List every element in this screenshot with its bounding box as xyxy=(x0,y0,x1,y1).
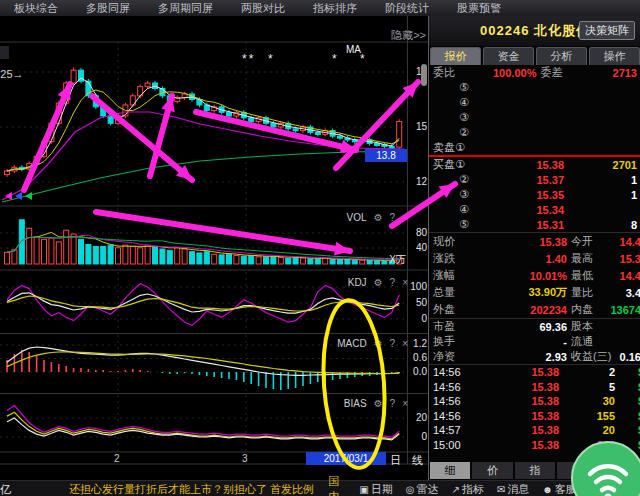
status-item-label: 指标 xyxy=(462,482,484,496)
stat-value-1: 33.90万 xyxy=(489,285,567,300)
trade-qty: 155 xyxy=(597,410,615,422)
help-icon[interactable]: ? xyxy=(390,212,396,223)
status-item-消息[interactable]: ✉消息 xyxy=(497,482,529,496)
close-icon[interactable]: × xyxy=(402,212,408,223)
stat-label-2: 流通 xyxy=(571,334,593,349)
trade-price: 15.38 xyxy=(499,366,559,378)
help-icon[interactable]: ? xyxy=(390,338,396,349)
trading-app-window: 板块综合多股同屏多周期同屏两股对比指标排序阶段统计股票预警 隐藏>> MA 18… xyxy=(0,0,640,496)
weicha-label: 委差 xyxy=(540,65,562,80)
star-marker-3: * xyxy=(360,52,367,66)
level-qty: 1 xyxy=(631,189,637,201)
sell-level-4[interactable]: ④ xyxy=(429,95,640,110)
quote-tab-报价[interactable]: 报价 xyxy=(430,47,481,65)
indicator-name-vol: VOL xyxy=(347,212,367,223)
bias-axis-20: 20 xyxy=(405,412,427,423)
stat-label-2: 今开 xyxy=(571,234,593,249)
stat-value-1: 2.93 xyxy=(489,351,567,363)
close-icon[interactable]: × xyxy=(402,398,408,409)
sell-level-1[interactable]: 卖盘① xyxy=(429,140,640,155)
level-label: ② xyxy=(459,173,469,186)
stock-code: 002246 xyxy=(480,23,529,38)
ma-indicator-label: MA xyxy=(346,44,361,55)
stat-label-1: 总量 xyxy=(433,285,455,300)
service-icon: ☻ xyxy=(542,484,553,495)
macd-axis-0.0: 0.0 xyxy=(405,366,427,377)
quote-tab-操作[interactable]: 操作 xyxy=(589,47,640,65)
decision-matrix-button[interactable]: 决策矩阵 xyxy=(579,21,635,40)
status-item-指标[interactable]: ↗指标 xyxy=(452,482,484,496)
status-region-label[interactable]: 国内 xyxy=(328,474,346,496)
indicator-header-macd: MACD⚙?× xyxy=(330,338,408,349)
stat-label-1: 换手 xyxy=(433,334,455,349)
menu-item-4[interactable]: 指标排序 xyxy=(313,1,357,16)
trade-price: 15.38 xyxy=(499,410,559,422)
kdj-axis-50: 50 xyxy=(405,297,427,308)
buy-level-3[interactable]: ③15.351 xyxy=(429,187,640,202)
wifi-float-button[interactable] xyxy=(570,440,640,496)
buy-level-1[interactable]: 买盘①15.382701 xyxy=(429,157,640,172)
stat-label-1: 现价 xyxy=(433,234,455,249)
x-axis-label-feb: 2 xyxy=(114,453,120,464)
stat-row: 涨幅10.01%最低14.4 xyxy=(429,267,640,284)
quote-panel-header: 002246 北化股份 决策矩阵 xyxy=(429,16,640,46)
star-marker-0: ** xyxy=(242,52,255,66)
stat-value-1: 1.40 xyxy=(489,253,567,265)
indicator-header-bias: BIAS⚙?× xyxy=(330,398,408,409)
bias-axis-0: 0 xyxy=(405,431,427,442)
hide-panel-link[interactable]: 隐藏>> xyxy=(391,28,426,43)
gear-icon[interactable]: ⚙ xyxy=(374,338,383,349)
weibi-value: 100.00% xyxy=(493,67,536,79)
stat-label-1: 涨幅 xyxy=(433,268,455,283)
menu-item-3[interactable]: 两股对比 xyxy=(241,1,285,16)
menu-item-2[interactable]: 多周期同屏 xyxy=(158,1,213,16)
status-news-ticker[interactable]: 还担心发行量打折后才能上市？别担心了 首发比例正悄悄提高 xyxy=(69,482,314,496)
sell-level-3[interactable]: ③ xyxy=(429,110,640,125)
quote-panel: 002246 北化股份 决策矩阵 报价资金分析操作 委比100.00%委差271… xyxy=(428,16,640,480)
quote-bottom-tab-价[interactable]: 价 xyxy=(472,462,512,479)
gear-icon[interactable]: ⚙ xyxy=(374,277,383,288)
quote-bottom-tab-指[interactable]: 指 xyxy=(515,462,555,479)
trade-row: 14:5715.3820S xyxy=(429,423,640,438)
period-label[interactable]: 日 线 xyxy=(390,453,427,468)
level-label: ⑤ xyxy=(459,81,469,94)
level-qty: 2701 xyxy=(613,159,637,171)
message-icon: ✉ xyxy=(497,484,505,495)
quote-tab-分析[interactable]: 分析 xyxy=(536,47,587,65)
quote-tab-资金[interactable]: 资金 xyxy=(483,47,534,65)
gear-icon[interactable]: ⚙ xyxy=(374,398,383,409)
indicator-icon: ↗ xyxy=(452,484,460,495)
level-price: 15.37 xyxy=(504,174,564,186)
quote-bottom-tab-细[interactable]: 细 xyxy=(430,462,470,479)
chart-scrollbar-thumb[interactable] xyxy=(421,64,427,86)
stat-label-2: 最低 xyxy=(571,268,593,283)
menu-item-5[interactable]: 阶段统计 xyxy=(385,1,429,16)
trade-price: 15.38 xyxy=(499,439,559,451)
main-axis-15: 15 xyxy=(405,121,427,132)
menu-item-0[interactable]: 板块综合 xyxy=(14,1,58,16)
buy-level-4[interactable]: ④15.34 xyxy=(429,202,640,217)
vol-axis-40: 40 xyxy=(405,242,427,253)
help-icon[interactable]: ? xyxy=(390,277,396,288)
gear-icon[interactable]: ⚙ xyxy=(374,212,383,223)
help-icon[interactable]: ? xyxy=(390,398,396,409)
menu-item-6[interactable]: 股票预警 xyxy=(457,1,501,16)
stat-value-2: 0.16 xyxy=(595,351,640,363)
buy-level-2[interactable]: ②15.371 xyxy=(429,172,640,187)
status-item-日期[interactable]: ▣日期 xyxy=(359,482,392,496)
stat-value-2: 14.4 xyxy=(595,236,640,248)
sell-level-2[interactable]: ② xyxy=(429,125,640,140)
buy-level-5[interactable]: ⑤15.318 xyxy=(429,217,640,232)
status-item-雷达[interactable]: ◎雷达 xyxy=(406,482,439,496)
level-price: 15.38 xyxy=(504,159,564,171)
trade-time: 14:57 xyxy=(433,424,461,436)
status-bar: 亿还担心发行量打折后才能上市？别担心了 首发比例正悄悄提高国内▣日期◎雷达↗指标… xyxy=(0,480,640,496)
charts-canvas[interactable] xyxy=(0,0,428,496)
weibi-label: 委比 xyxy=(433,65,455,80)
last-price-axis-tag: 13.8 xyxy=(365,149,407,162)
menu-item-1[interactable]: 多股同屏 xyxy=(86,1,130,16)
stat-value-2: 14.4 xyxy=(595,270,640,282)
sell-level-5[interactable]: ⑤ xyxy=(429,80,640,95)
stat-label-2: 最高 xyxy=(571,251,593,266)
radar-icon: ◎ xyxy=(406,484,415,495)
